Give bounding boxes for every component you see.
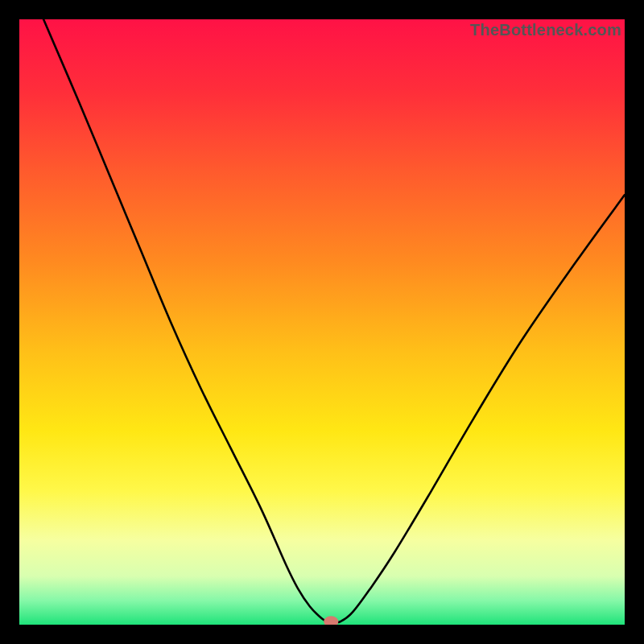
chart-plot-area: TheBottleneck.com xyxy=(19,19,625,625)
watermark-label: TheBottleneck.com xyxy=(470,21,621,39)
chart-frame: TheBottleneck.com xyxy=(0,0,644,644)
chart-svg xyxy=(19,19,625,625)
